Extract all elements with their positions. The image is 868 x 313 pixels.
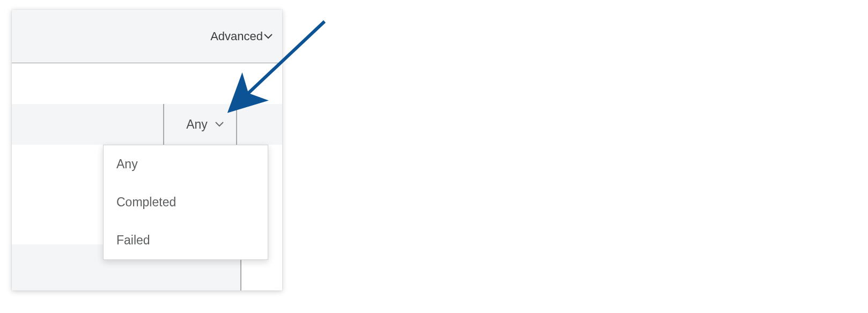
status-select-value: Any — [186, 117, 208, 132]
filter-row — [12, 104, 282, 145]
column-divider — [163, 104, 164, 145]
column-divider — [236, 104, 237, 145]
filter-panel: Advanced Any Any Completed Failed — [12, 10, 282, 290]
chevron-down-icon — [215, 122, 224, 127]
header-bar: Advanced — [12, 10, 282, 63]
status-dropdown: Any Completed Failed — [103, 145, 268, 260]
status-select[interactable]: Any — [173, 104, 237, 145]
status-option-failed[interactable]: Failed — [104, 221, 268, 259]
advanced-toggle[interactable]: Advanced — [210, 29, 273, 43]
chevron-down-icon — [264, 34, 273, 39]
advanced-label: Advanced — [210, 29, 263, 43]
status-option-completed[interactable]: Completed — [104, 183, 268, 221]
status-option-any[interactable]: Any — [104, 145, 268, 183]
